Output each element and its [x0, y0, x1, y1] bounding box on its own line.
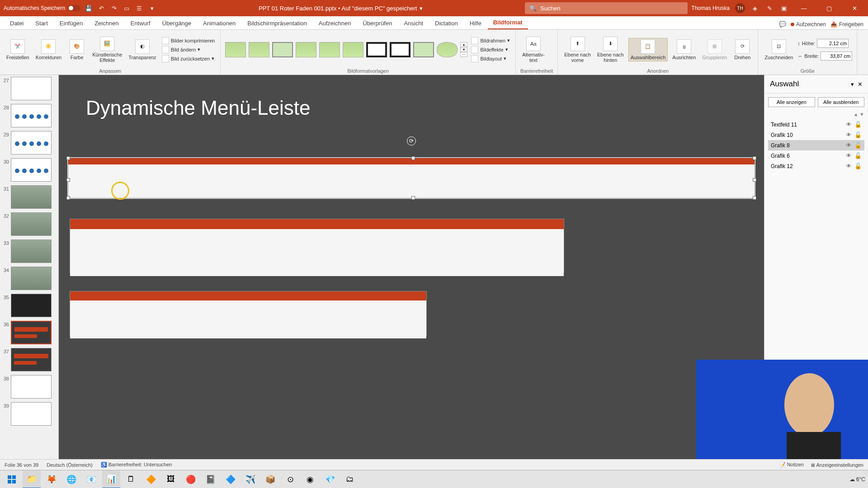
app-icon-2[interactable]: 🖼: [162, 470, 180, 488]
visibility-icon[interactable]: 👁: [846, 152, 852, 159]
app-icon-8[interactable]: 🗂: [341, 470, 359, 488]
picture-style-2[interactable]: [249, 42, 269, 57]
gallery-down-icon[interactable]: ▾: [460, 47, 467, 52]
maximize-button[interactable]: ▢: [819, 0, 839, 16]
tab-datei[interactable]: Datei: [5, 17, 29, 29]
komprimieren-button[interactable]: Bilder komprimieren: [161, 37, 216, 45]
tab-start[interactable]: Start: [30, 17, 53, 29]
app-icon-1[interactable]: 🗒: [122, 470, 140, 488]
bildeffekte-button[interactable]: Bildeffekte ▾: [470, 46, 511, 54]
comments-icon[interactable]: 💬: [779, 21, 786, 28]
app-icon-6[interactable]: ◉: [301, 470, 319, 488]
thumbnail-slide-28[interactable]: 28: [1, 104, 57, 127]
touch-icon[interactable]: ☰: [135, 4, 144, 13]
tab-uebergaenge[interactable]: Übergänge: [157, 17, 197, 29]
ausrichten-button[interactable]: ⫼Ausrichten: [670, 38, 698, 61]
lock-icon[interactable]: 🔓: [854, 152, 862, 159]
height-field[interactable]: ↕ Höhe:: [797, 39, 852, 48]
slideshow-icon[interactable]: ▭: [122, 4, 131, 13]
app-icon-7[interactable]: 💎: [321, 470, 339, 488]
transparenz-button[interactable]: ◐Transparenz: [127, 38, 158, 61]
app-icon-3[interactable]: 🔴: [182, 470, 200, 488]
slide-title[interactable]: Dynamische Menü-Leiste: [86, 97, 310, 119]
gallery-more-icon[interactable]: ⋯: [460, 52, 467, 57]
undo-icon[interactable]: ↶: [97, 4, 106, 13]
lock-icon[interactable]: 🔓: [854, 163, 862, 169]
search-box[interactable]: 🔍 Suchen: [525, 2, 688, 14]
show-all-button[interactable]: Alle anzeigen: [768, 97, 815, 107]
redo-icon[interactable]: ↷: [109, 4, 118, 13]
selection-item[interactable]: Grafik 6👁🔓: [768, 150, 864, 161]
move-down-icon[interactable]: ▾: [860, 111, 863, 117]
close-button[interactable]: ✕: [844, 0, 864, 16]
tab-animationen[interactable]: Animationen: [198, 17, 241, 29]
diamond-icon[interactable]: ◈: [750, 4, 760, 13]
start-button[interactable]: [3, 470, 21, 488]
tab-aufzeichnen[interactable]: Aufzeichnen: [313, 17, 357, 29]
alttext-button[interactable]: AaAlternativ- text: [520, 36, 547, 64]
telegram-icon[interactable]: ✈️: [241, 470, 259, 488]
toggle-switch[interactable]: [68, 5, 80, 11]
visibility-icon[interactable]: 👁: [846, 142, 852, 149]
visibility-icon[interactable]: 👁: [846, 163, 852, 169]
selection-item[interactable]: Grafik 10👁🔓: [768, 130, 864, 140]
display-settings-button[interactable]: 🖥 Anzeigeeinstellungen: [810, 462, 863, 468]
ebene-vorne-button[interactable]: ⬆Ebene nach vorne: [562, 36, 593, 64]
bildrahmen-button[interactable]: Bildrahmen ▾: [470, 37, 511, 45]
pen-icon[interactable]: ✎: [765, 4, 774, 13]
picture-style-1[interactable]: [225, 42, 246, 57]
picture-style-7[interactable]: [366, 42, 387, 57]
freistellen-button[interactable]: ✂️Freistellen: [5, 38, 31, 61]
picture-style-10[interactable]: [437, 42, 458, 57]
thumbnail-slide-37[interactable]: 37: [1, 348, 57, 371]
picture-style-8[interactable]: [390, 42, 410, 57]
lock-icon[interactable]: 🔓: [854, 121, 862, 128]
embedded-image-bottom[interactable]: [70, 291, 427, 336]
tab-bildformat[interactable]: Bildformat: [488, 16, 528, 29]
visibility-icon[interactable]: 👁: [846, 131, 852, 138]
minimize-button[interactable]: —: [794, 0, 814, 16]
drehen-button[interactable]: ⟳Drehen: [731, 38, 753, 61]
korrekturen-button[interactable]: ☀️Korrekturen: [34, 38, 63, 61]
width-field[interactable]: ↔ Breite:: [797, 52, 852, 61]
gallery-up-icon[interactable]: ▴: [460, 42, 467, 47]
move-up-icon[interactable]: ▴: [854, 111, 858, 117]
language-label[interactable]: Deutsch (Österreich): [47, 462, 92, 468]
auswahlbereich-button[interactable]: 📋Auswahlbereich: [628, 38, 668, 61]
rotate-handle-icon[interactable]: ⟳: [407, 136, 416, 145]
tab-einfuegen[interactable]: Einfügen: [54, 17, 88, 29]
tab-ansicht[interactable]: Ansicht: [398, 17, 429, 29]
selection-item[interactable]: Grafik 12👁🔓: [768, 161, 864, 171]
farbe-button[interactable]: 🎨Farbe: [66, 38, 88, 61]
slide-thumbnails[interactable]: 27282930313233343536373839: [0, 75, 59, 459]
thumbnail-slide-36[interactable]: 36: [1, 321, 57, 344]
share-button[interactable]: 📤 Freigeben: [830, 21, 863, 28]
bild-aendern-button[interactable]: Bild ändern ▾: [161, 46, 216, 54]
embedded-image-top[interactable]: [68, 158, 755, 198]
firefox-icon[interactable]: 🦊: [42, 470, 61, 488]
effekte-button[interactable]: 🖼️Künstlerische Effekte: [90, 36, 124, 64]
ebene-hinten-button[interactable]: ⬇Ebene nach hinten: [595, 36, 626, 64]
thumbnail-slide-31[interactable]: 31: [1, 185, 57, 209]
powerpoint-icon[interactable]: 📊: [102, 470, 120, 488]
picture-style-9[interactable]: [413, 42, 434, 57]
tab-ueberpruefen[interactable]: Überprüfen: [357, 17, 397, 29]
slide-canvas[interactable]: Dynamische Menü-Leiste ⟳: [68, 83, 755, 442]
record-button[interactable]: Aufzeichnen: [791, 21, 826, 28]
app-icon-5[interactable]: ⊙: [281, 470, 299, 488]
picture-style-4[interactable]: [296, 42, 316, 57]
title-dropdown-icon[interactable]: ▾: [420, 5, 423, 12]
selection-item[interactable]: Grafik 8👁🔓: [768, 140, 864, 150]
selpane-close-icon[interactable]: ✕: [858, 81, 863, 88]
thumbnail-slide-35[interactable]: 35: [1, 294, 57, 317]
selection-item[interactable]: Textfeld 11👁🔓: [768, 119, 864, 130]
gruppieren-button[interactable]: ⊞Gruppieren: [700, 38, 729, 61]
tab-entwurf[interactable]: Entwurf: [125, 17, 156, 29]
thumbnail-slide-30[interactable]: 30: [1, 158, 57, 182]
qat-more-icon[interactable]: ▾: [147, 4, 156, 13]
thumbnail-slide-33[interactable]: 33: [1, 239, 57, 263]
window-icon[interactable]: ▣: [779, 4, 788, 13]
thumbnail-slide-32[interactable]: 32: [1, 212, 57, 236]
lock-icon[interactable]: 🔓: [854, 131, 862, 138]
app-icon-4[interactable]: 📦: [261, 470, 279, 488]
